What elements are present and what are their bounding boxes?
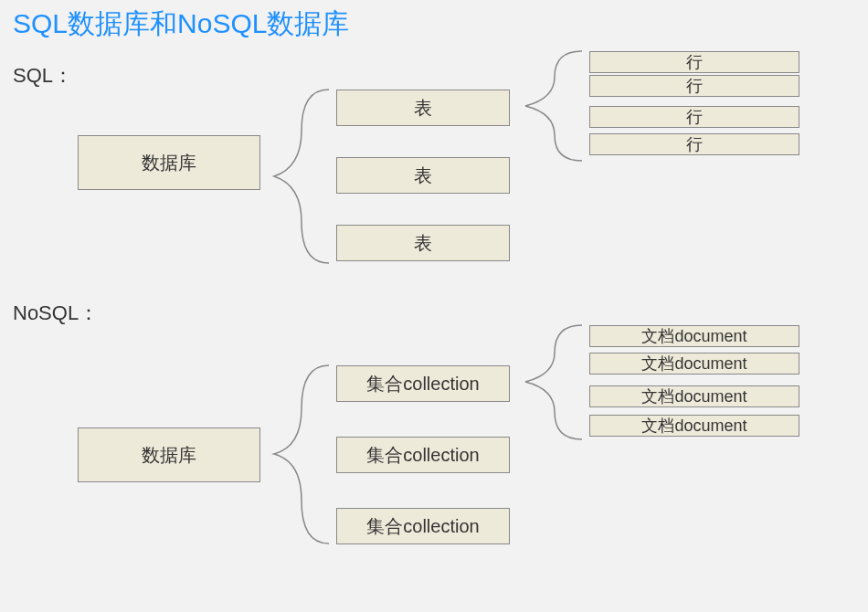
nosql-database-label: 数据库	[142, 443, 196, 468]
sql-row-label: 行	[686, 51, 703, 73]
brace-sql-table-to-rows	[525, 51, 582, 161]
nosql-collection-box: 集合collection	[336, 508, 510, 544]
sql-row-box: 行	[589, 133, 799, 155]
sql-row-label: 行	[686, 106, 703, 128]
sql-table-label: 表	[414, 96, 432, 121]
sql-row-box: 行	[589, 106, 799, 128]
nosql-document-label: 文档document	[641, 415, 746, 437]
brace-nosql-collection-to-documents	[525, 325, 582, 439]
nosql-section-label: NoSQL：	[13, 300, 99, 327]
diagram-title: SQL数据库和NoSQL数据库	[13, 5, 349, 43]
nosql-collection-label: 集合collection	[366, 514, 479, 539]
sql-table-box: 表	[336, 225, 510, 261]
sql-row-label: 行	[686, 133, 703, 155]
nosql-database-box: 数据库	[78, 427, 260, 482]
nosql-document-label: 文档document	[641, 385, 746, 407]
sql-row-label: 行	[686, 75, 703, 97]
sql-section-label: SQL：	[13, 62, 73, 90]
sql-table-label: 表	[414, 164, 432, 188]
nosql-document-box: 文档document	[589, 325, 799, 347]
nosql-collection-box: 集合collection	[336, 437, 510, 473]
sql-table-box: 表	[336, 90, 510, 126]
sql-database-box: 数据库	[78, 135, 260, 190]
nosql-collection-label: 集合collection	[366, 372, 479, 396]
nosql-document-box: 文档document	[589, 353, 799, 375]
sql-row-box: 行	[589, 75, 799, 97]
nosql-document-box: 文档document	[589, 415, 799, 437]
brace-nosql-db-to-collections	[274, 365, 329, 543]
nosql-document-label: 文档document	[641, 353, 746, 375]
nosql-collection-box: 集合collection	[336, 365, 510, 402]
nosql-document-box: 文档document	[589, 385, 799, 407]
nosql-collection-label: 集合collection	[366, 443, 479, 468]
sql-row-box: 行	[589, 51, 799, 73]
brace-sql-db-to-tables	[274, 90, 329, 263]
sql-table-label: 表	[414, 231, 432, 256]
sql-database-label: 数据库	[142, 151, 196, 175]
sql-table-box: 表	[336, 157, 510, 194]
nosql-document-label: 文档document	[641, 325, 746, 347]
